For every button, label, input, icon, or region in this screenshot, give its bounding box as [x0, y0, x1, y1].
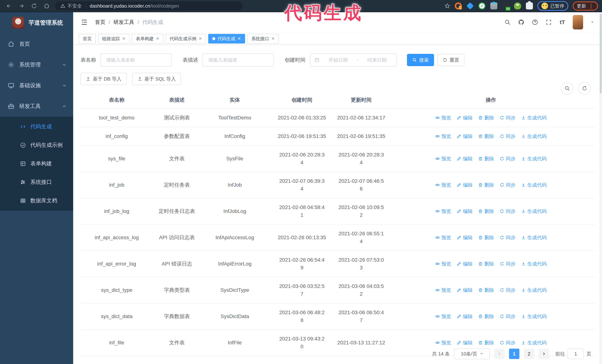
delete-link[interactable]: 删除 — [478, 208, 494, 215]
gem-blue-ext-icon[interactable] — [466, 2, 474, 10]
generate-link[interactable]: 生成代码 — [521, 313, 547, 320]
delete-link[interactable]: 删除 — [478, 261, 494, 267]
tab-系统接口[interactable]: 系统接口✕ — [247, 34, 279, 43]
edit-link[interactable]: 编辑 — [457, 133, 473, 140]
fullscreen-icon[interactable] — [545, 19, 552, 26]
page-size-select[interactable]: 10条/页 — [454, 348, 490, 359]
generate-link[interactable]: 生成代码 — [521, 156, 547, 162]
profile-paused-chip[interactable]: 已暂停 — [537, 1, 568, 11]
robot-green-ext-icon[interactable] — [514, 2, 521, 10]
delete-link[interactable]: 删除 — [478, 133, 494, 140]
sidebar-item-home[interactable]: 首页 — [0, 34, 73, 54]
generate-link[interactable]: 生成代码 — [521, 340, 547, 346]
bookmark-star-icon[interactable] — [444, 3, 450, 9]
generate-link[interactable]: 生成代码 — [521, 261, 547, 267]
delete-link[interactable]: 删除 — [478, 114, 494, 121]
preview-link[interactable]: 预览 — [435, 208, 451, 215]
reset-button[interactable]: 重置 — [437, 54, 464, 66]
generate-link[interactable]: 生成代码 — [521, 133, 547, 140]
delete-link[interactable]: 删除 — [478, 234, 494, 241]
preview-link[interactable]: 预览 — [435, 133, 451, 140]
page-button-1[interactable]: 1 — [509, 349, 519, 359]
browser-forward-icon[interactable] — [18, 2, 25, 10]
preview-link[interactable]: 预览 — [435, 114, 451, 121]
edit-link[interactable]: 编辑 — [457, 313, 473, 320]
edit-link[interactable]: 编辑 — [457, 261, 473, 267]
sidebar-item-example[interactable]: 代码生成示例 — [0, 136, 73, 154]
browser-reload-icon[interactable] — [30, 2, 38, 10]
tab-表单构建[interactable]: 表单构建✕ — [132, 34, 163, 43]
sidebar-item-toolbox[interactable]: 研发工具 — [0, 96, 73, 117]
refresh-table-button[interactable] — [578, 82, 591, 95]
user-menu-caret-icon[interactable] — [590, 20, 595, 24]
import-db-button[interactable]: 基于 DB 导入 — [81, 73, 127, 85]
sync-link[interactable]: 同步 — [500, 261, 516, 267]
generate-link[interactable]: 生成代码 — [521, 208, 547, 215]
tab-链路追踪[interactable]: 链路追踪✕ — [98, 34, 129, 43]
prev-page-button[interactable] — [494, 349, 505, 359]
preview-link[interactable]: 预览 — [435, 156, 451, 162]
edit-link[interactable]: 编辑 — [457, 234, 473, 241]
sidebar-item-api[interactable]: 系统接口 — [0, 173, 73, 191]
browser-home-icon[interactable] — [43, 2, 50, 10]
delete-link[interactable]: 删除 — [478, 340, 494, 346]
sync-link[interactable]: 同步 — [500, 313, 516, 320]
sidebar-item-form[interactable]: 表单构建 — [0, 154, 73, 173]
next-page-button[interactable] — [539, 349, 549, 359]
address-bar[interactable]: 不安全 dashboard.yudao.iocoder.cn /tool/cod… — [55, 1, 242, 10]
shield-check-ext-icon[interactable] — [478, 2, 485, 10]
scrollbar-thumb[interactable] — [600, 14, 602, 93]
sync-link[interactable]: 同步 — [500, 287, 516, 293]
sidebar-item-monitor[interactable]: 基础设施 — [0, 75, 73, 96]
sidebar-toggle-button[interactable] — [81, 18, 89, 26]
tab-代码生成示例[interactable]: 代码生成示例✕ — [166, 34, 206, 43]
import-sql-button[interactable]: 基于 SQL 导入 — [132, 73, 181, 85]
delete-link[interactable]: 删除 — [478, 287, 494, 293]
user-avatar[interactable] — [573, 15, 583, 30]
sidebar-item-code[interactable]: 代码生成 — [0, 117, 73, 136]
preview-link[interactable]: 预览 — [435, 261, 451, 267]
preview-link[interactable]: 预览 — [435, 182, 451, 188]
tab-close-icon[interactable]: ✕ — [156, 37, 159, 41]
sidebar-item-gear[interactable]: 系统管理 — [0, 54, 73, 75]
tab-close-icon[interactable]: ✕ — [271, 37, 275, 41]
edit-link[interactable]: 编辑 — [457, 156, 473, 162]
tab-首页[interactable]: 首页 — [79, 34, 96, 43]
tab-代码生成[interactable]: 代码生成✕ — [208, 34, 245, 43]
preview-link[interactable]: 预览 — [435, 287, 451, 293]
table-name-input[interactable] — [101, 53, 172, 67]
preview-link[interactable]: 预览 — [435, 313, 451, 320]
sync-link[interactable]: 同步 — [500, 156, 516, 162]
browser-back-icon[interactable] — [5, 2, 13, 10]
generate-link[interactable]: 生成代码 — [521, 234, 547, 241]
breadcrumb-home[interactable]: 首页 — [95, 19, 105, 26]
generate-link[interactable]: 生成代码 — [521, 287, 547, 293]
tab-close-icon[interactable]: ✕ — [199, 37, 202, 41]
edit-link[interactable]: 编辑 — [457, 287, 473, 293]
app-logo-row[interactable]: 芋道管理系统 — [0, 12, 73, 34]
help-icon[interactable] — [532, 19, 538, 26]
sync-link[interactable]: 同步 — [500, 114, 516, 121]
edit-link[interactable]: 编辑 — [457, 208, 473, 215]
sync-link[interactable]: 同步 — [500, 340, 516, 346]
date-range-picker[interactable]: 开始日期 - 结束日期 — [310, 53, 397, 67]
sidebar-item-database[interactable]: 数据库文档 — [0, 191, 73, 210]
preview-link[interactable]: 预览 — [435, 340, 451, 346]
edit-link[interactable]: 编辑 — [457, 114, 473, 121]
browser-update-button[interactable]: 更新 ⋮ — [573, 1, 598, 10]
browser-menu-icon[interactable]: ⋮ — [588, 3, 594, 9]
table-desc-input[interactable] — [203, 53, 274, 67]
preview-link[interactable]: 预览 — [435, 234, 451, 241]
sync-link[interactable]: 同步 — [500, 208, 516, 215]
delete-link[interactable]: 删除 — [478, 156, 494, 162]
on-badge-ext-icon[interactable] — [502, 2, 509, 10]
sync-link[interactable]: 同步 — [500, 182, 516, 188]
page-scrollbar[interactable] — [599, 12, 602, 364]
delete-link[interactable]: 删除 — [478, 182, 494, 188]
tab-close-icon[interactable]: ✕ — [237, 37, 241, 41]
toggle-search-button[interactable] — [561, 82, 573, 95]
delete-link[interactable]: 删除 — [478, 313, 494, 320]
goto-page-input[interactable] — [568, 349, 584, 359]
generate-link[interactable]: 生成代码 — [521, 114, 547, 121]
font-size-icon[interactable]: tT — [559, 19, 566, 26]
